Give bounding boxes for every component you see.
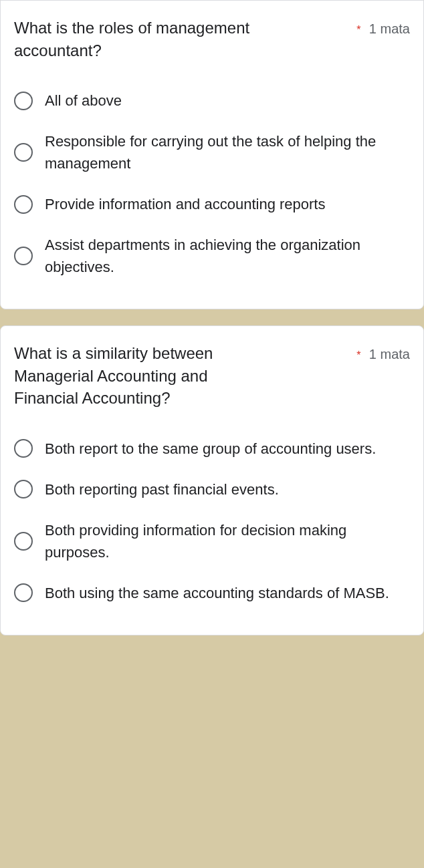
points-label: 1 mata (369, 347, 410, 361)
option-row[interactable]: Both providing information for decision … (14, 510, 410, 573)
option-label: All of above (45, 90, 122, 112)
radio-icon (14, 480, 33, 498)
question-title-line1: What is the roles of management (14, 17, 348, 39)
option-row[interactable]: Both reporting past financial events. (14, 469, 410, 510)
option-row[interactable]: Both using the same accounting standards… (14, 573, 410, 613)
option-row[interactable]: Both report to the same group of account… (14, 428, 410, 469)
question-header: What is a similarity between * 1 mata Ma… (14, 342, 410, 410)
question-header: What is the roles of management * 1 mata… (14, 17, 410, 61)
radio-icon (14, 583, 33, 602)
option-label: Both using the same accounting standards… (45, 582, 389, 604)
option-row[interactable]: Assist departments in achieving the orga… (14, 225, 410, 287)
question-card: What is the roles of management * 1 mata… (0, 0, 424, 309)
option-row[interactable]: Provide information and accounting repor… (14, 184, 410, 225)
radio-icon (14, 247, 33, 265)
question-title-line2: accountant? (14, 39, 410, 62)
option-label: Both reporting past financial events. (45, 478, 279, 500)
radio-icon (14, 195, 33, 214)
question-card: What is a similarity between * 1 mata Ma… (0, 325, 424, 635)
option-label: Both providing information for decision … (45, 519, 410, 563)
option-label: Both report to the same group of account… (45, 438, 376, 460)
required-indicator: * (356, 349, 360, 361)
points-label: 1 mata (369, 21, 410, 36)
radio-icon (14, 439, 33, 458)
radio-icon (14, 532, 33, 551)
option-label: Provide information and accounting repor… (45, 193, 325, 215)
option-row[interactable]: All of above (14, 80, 410, 121)
question-title-line2: Managerial Accounting and (14, 365, 410, 388)
option-label: Assist departments in achieving the orga… (45, 234, 410, 278)
required-indicator: * (356, 24, 360, 35)
radio-icon (14, 143, 33, 162)
option-label: Responsible for carrying out the task of… (45, 130, 410, 174)
question-title-line3: Financial Accounting? (14, 387, 410, 410)
option-row[interactable]: Responsible for carrying out the task of… (14, 121, 410, 184)
question-title-line1: What is a similarity between (14, 342, 213, 365)
radio-icon (14, 92, 33, 110)
